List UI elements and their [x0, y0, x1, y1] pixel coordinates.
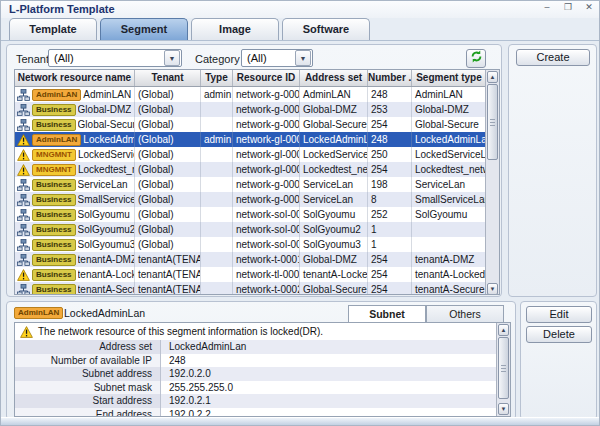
network-segment-icon [17, 239, 30, 251]
detail-tab-subnet[interactable]: Subnet [348, 305, 426, 323]
type-cell [201, 282, 233, 295]
table-row[interactable]: AdminLANLockedAdminLan(Global)adminnetwo… [15, 132, 499, 147]
refresh-button[interactable] [466, 49, 486, 68]
resource-id-cell: network-g-0002 [233, 177, 300, 192]
segment-type-cell [412, 237, 487, 252]
tenant-cell: (Global) [135, 132, 201, 147]
tenant-cell: (Global) [135, 192, 201, 207]
tab-image[interactable]: Image [191, 18, 279, 40]
resource-name: SolGyoumu [78, 207, 130, 222]
table-row[interactable]: BusinesstenantA-DMZtenantA(TENANT...netw… [15, 252, 499, 267]
column-header[interactable]: Type [201, 70, 233, 86]
address-set-cell: Global-Secure [300, 282, 368, 295]
table-scrollbar[interactable]: ▲ ▼ [485, 70, 499, 295]
tab-segment[interactable]: Segment [100, 18, 188, 40]
detail-scrollbar-thumb[interactable] [498, 337, 509, 399]
table-row[interactable]: BusinessSolGyoumu2(Global)network-sol-00… [15, 222, 499, 237]
tab-template[interactable]: Template [9, 18, 97, 40]
table-row[interactable]: BusinessSmallServiceLan(Global)network-g… [15, 192, 499, 207]
l-platform-template-window: L-Platform Template –❐✕ TemplateSegmentI… [0, 0, 600, 426]
delete-button[interactable]: Delete [526, 326, 592, 343]
column-header[interactable]: Tenant [135, 70, 201, 86]
segment-type-cell [412, 222, 487, 237]
table-row[interactable]: AdminLANAdminLAN(Global)adminnetwork-g-0… [15, 87, 499, 102]
minimize-icon[interactable]: – [541, 2, 553, 12]
column-header[interactable]: Address set [300, 70, 368, 86]
category-badge: Business [32, 224, 76, 236]
tenant-cell: tenantA(TENANT... [135, 252, 201, 267]
segment-type-cell: Global-DMZ [412, 102, 487, 117]
tenant-filter-select[interactable]: (All) ▼ [48, 49, 182, 67]
number-cell: 254 [368, 267, 412, 282]
detail-field-label: End address [15, 408, 161, 418]
close-icon[interactable]: ✕ [583, 2, 595, 12]
table-row[interactable]: BusinessGlobal-Secure(Global)network-g-0… [15, 117, 499, 132]
locked-warning-row: The network resource of this segment inf… [15, 323, 510, 340]
column-header[interactable]: Network resource name [15, 70, 135, 86]
address-set-cell: LockedServiceLan [300, 147, 368, 162]
table-row[interactable]: BusinessGlobal-DMZ(Global)network-g-0004… [15, 102, 499, 117]
edit-button[interactable]: Edit [526, 306, 592, 323]
resource-id-cell: network-gl-0002 [233, 147, 300, 162]
address-set-cell: LockedAdminLan [300, 132, 368, 147]
type-cell [201, 117, 233, 132]
resource-name-cell: BusinesstenantA-LockedSecure [15, 267, 135, 282]
segment-type-cell: tenantA-Secure [412, 282, 487, 295]
resource-name: SolGyoumu2 [78, 222, 134, 237]
resource-name: LockedServiceLan [78, 147, 134, 162]
detail-fields: Address setLockedAdminLanNumber of avail… [15, 340, 510, 417]
resource-name: SolGyoumu3 [78, 237, 134, 252]
resource-name-cell: BusinessSmallServiceLan [15, 192, 135, 207]
detail-field-row: End address192.0.2.2 [15, 408, 510, 418]
segment-type-cell: AdminLAN [412, 87, 487, 102]
scroll-down-icon[interactable]: ▼ [498, 403, 509, 415]
type-cell [201, 222, 233, 237]
resource-name-cell: BusinessGlobal-DMZ [15, 102, 135, 117]
subnet-detail-box: The network resource of this segment inf… [14, 322, 511, 417]
table-row[interactable]: MNGMNTLockedtest_network(Global)network-… [15, 162, 499, 177]
restore-icon[interactable]: ❐ [562, 2, 574, 12]
column-header[interactable]: Segment type [412, 70, 487, 86]
category-badge: MNGMNT [32, 149, 76, 161]
column-header[interactable]: Resource ID [233, 70, 300, 86]
type-cell [201, 147, 233, 162]
network-resource-table: Network resource nameTenantTypeResource … [14, 69, 500, 295]
table-body: AdminLANAdminLAN(Global)adminnetwork-g-0… [15, 87, 499, 295]
segment-type-cell: SolGyoumu [412, 207, 487, 222]
scroll-down-icon[interactable]: ▼ [487, 283, 498, 295]
chevron-down-icon[interactable]: ▼ [295, 50, 311, 66]
resource-name: Global-Secure [78, 117, 134, 132]
window-bottom-edge [1, 417, 600, 425]
create-button[interactable]: Create [516, 49, 590, 66]
detail-tab-others[interactable]: Others [426, 305, 504, 323]
resource-name: ServiceLan [78, 177, 128, 192]
table-row[interactable]: BusinessSolGyoumu(Global)network-sol-000… [15, 207, 499, 222]
table-scrollbar-thumb[interactable] [487, 84, 498, 160]
tenant-cell: (Global) [135, 177, 201, 192]
resource-name-cell: BusinessGlobal-Secure [15, 117, 135, 132]
detail-scrollbar[interactable]: ▲ ▼ [496, 323, 510, 416]
category-filter-select[interactable]: (All) ▼ [241, 49, 313, 67]
detail-field-label: Start address [15, 394, 161, 408]
network-segment-icon [17, 119, 30, 131]
resource-id-cell: network-g-0001 [233, 87, 300, 102]
category-badge: MNGMNT [32, 164, 76, 176]
chevron-down-icon[interactable]: ▼ [164, 50, 180, 66]
resource-id-cell: network-t-0002 [233, 282, 300, 295]
resource-id-cell: network-g-0004 [233, 102, 300, 117]
table-row[interactable]: BusinessServiceLan(Global)network-g-0002… [15, 177, 499, 192]
detail-field-value: 192.0.2.1 [161, 394, 510, 408]
scroll-up-icon[interactable]: ▲ [487, 71, 498, 83]
segment-list-panel: Tenant (All) ▼ Category (All) ▼ Network … [6, 44, 502, 297]
table-header-row: Network resource nameTenantTypeResource … [15, 70, 499, 87]
table-row[interactable]: BusinesstenantA-SecuretenantA(TENANT...n… [15, 282, 499, 295]
network-segment-icon [17, 254, 30, 266]
type-cell [201, 192, 233, 207]
table-row[interactable]: BusinesstenantA-LockedSecuretenantA(TENA… [15, 267, 499, 282]
column-header[interactable]: Number ... [368, 70, 412, 86]
network-segment-icon [17, 224, 30, 236]
table-row[interactable]: MNGMNTLockedServiceLan(Global)network-gl… [15, 147, 499, 162]
tab-software[interactable]: Software [282, 18, 370, 40]
table-row[interactable]: BusinessSolGyoumu3(Global)network-sol-00… [15, 237, 499, 252]
scroll-up-icon[interactable]: ▲ [498, 324, 509, 336]
